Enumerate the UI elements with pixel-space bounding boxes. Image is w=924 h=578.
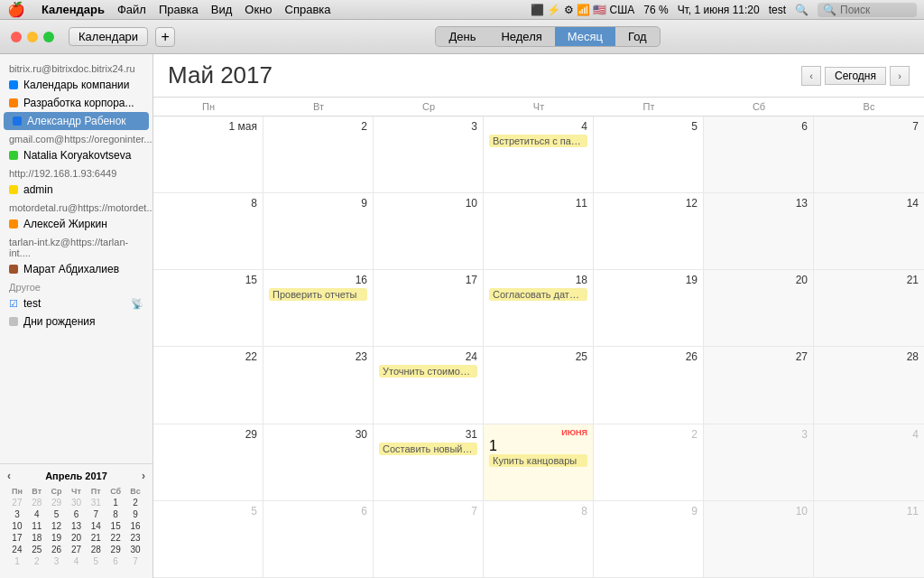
day-cell[interactable]: 5 [153,501,263,577]
mini-cal-day[interactable]: 10 [7,520,27,532]
mini-cal-day[interactable]: 1 [106,497,125,508]
day-cell[interactable]: 9 [594,501,704,577]
mini-cal-day[interactable]: 16 [125,520,145,532]
sidebar-item-admin[interactable]: admin [0,181,152,199]
day-cell[interactable]: 4 [814,424,924,500]
cal-next-button[interactable]: › [890,66,910,86]
day-cell[interactable]: ИЮНЯ1Купить канцовары [484,424,594,500]
mini-cal-day[interactable]: 19 [47,532,67,544]
day-cell[interactable]: 29 [153,424,263,500]
mini-cal-day[interactable]: 8 [106,508,125,520]
calendars-button[interactable]: Календари [69,27,148,46]
day-cell[interactable]: 11 [814,501,924,577]
mini-cal-day[interactable]: 9 [125,508,145,520]
sidebar-item-corp-dev[interactable]: Разработка корпора... [0,94,152,112]
day-cell[interactable]: 27 [704,347,814,423]
day-cell[interactable]: 19 [594,270,704,346]
mini-cal-day[interactable]: 29 [47,497,67,508]
calendar-event[interactable]: Согласовать даты... [489,288,587,301]
sidebar-item-birthdays[interactable]: Дни рождения [0,312,152,331]
sidebar-item-company-cal[interactable]: Календарь компании [0,76,152,94]
mini-cal-day[interactable]: 23 [125,532,145,544]
mini-cal-day[interactable]: 30 [125,544,145,555]
mini-cal-day[interactable]: 14 [86,520,106,532]
tab-week[interactable]: Неделя [488,27,554,46]
tab-month[interactable]: Месяц [555,27,615,46]
sidebar-item-alexander[interactable]: Александр Рабенок [4,112,149,130]
day-cell[interactable]: 16Проверить отчеты [263,270,374,346]
menu-edit[interactable]: Правка [159,3,199,16]
mini-cal-day[interactable]: 18 [27,532,47,544]
day-cell[interactable]: 28 [814,347,924,423]
apple-menu[interactable]: 🍎 [7,1,25,18]
day-cell[interactable]: 5 [594,117,704,192]
mini-cal-day[interactable]: 6 [106,555,125,567]
menu-view[interactable]: Вид [211,3,233,16]
mini-cal-day[interactable]: 29 [106,544,125,555]
mini-cal-day[interactable]: 20 [67,532,87,544]
sidebar-item-alexei[interactable]: Алексей Жиркин [0,215,152,233]
add-calendar-button[interactable]: + [155,27,175,47]
day-cell[interactable]: 2 [594,424,704,500]
mini-cal-day[interactable]: 30 [67,497,87,508]
day-cell[interactable]: 22 [153,347,263,423]
day-cell[interactable]: 25 [484,347,594,423]
mini-cal-day[interactable]: 24 [7,544,27,555]
mini-cal-day[interactable]: 5 [47,508,67,520]
mini-cal-day[interactable]: 7 [86,508,106,520]
mini-cal-day[interactable]: 27 [67,544,87,555]
day-cell[interactable]: 17 [374,270,484,346]
menu-help[interactable]: Справка [285,3,331,16]
sidebar-item-natalia[interactable]: Natalia Koryakovtseva [0,146,152,164]
cal-today-button[interactable]: Сегодня [825,67,886,85]
mini-cal-day[interactable]: 13 [67,520,87,532]
mini-cal-day[interactable]: 15 [106,520,125,532]
mini-cal-day[interactable]: 27 [7,497,27,508]
mini-cal-day[interactable]: 11 [27,520,47,532]
day-cell[interactable]: 21 [814,270,924,346]
day-cell[interactable]: 26 [594,347,704,423]
search-icon[interactable]: 🔍 [795,4,808,16]
day-cell[interactable]: 30 [263,424,374,500]
day-cell[interactable]: 23 [263,347,374,423]
mini-cal-day[interactable]: 1 [7,555,27,567]
mini-cal-day[interactable]: 7 [125,555,145,567]
day-cell[interactable]: 20 [704,270,814,346]
day-cell[interactable]: 12 [594,193,704,269]
minimize-button[interactable] [27,32,38,42]
mini-cal-day[interactable]: 2 [27,555,47,567]
day-cell[interactable]: 11 [484,193,594,269]
mini-cal-day[interactable]: 6 [67,508,87,520]
day-cell[interactable]: 2 [263,117,374,192]
mini-cal-prev[interactable]: ‹ [7,470,11,482]
day-cell[interactable]: 14 [814,193,924,269]
tab-year[interactable]: Год [615,27,660,46]
mini-cal-day[interactable]: 22 [106,532,125,544]
day-cell[interactable]: 13 [704,193,814,269]
mini-cal-day[interactable]: 28 [86,544,106,555]
mini-cal-day[interactable]: 25 [27,544,47,555]
day-cell[interactable]: 7 [374,501,484,577]
calendar-event[interactable]: Уточнить стоимост... [379,365,477,378]
day-cell[interactable]: 9 [263,193,374,269]
day-cell[interactable]: 3 [704,424,814,500]
day-cell[interactable]: 31Составить новый д... [374,424,484,500]
calendar-event[interactable]: Проверить отчеты [269,288,367,301]
calendar-event[interactable]: Купить канцовары [489,454,587,467]
app-name[interactable]: Календарь [42,3,105,16]
mini-cal-day[interactable]: 26 [47,544,67,555]
day-cell[interactable]: 10 [704,501,814,577]
menu-file[interactable]: Файл [117,3,146,16]
day-cell[interactable]: 8 [153,193,263,269]
calendar-event[interactable]: Составить новый д... [379,443,477,455]
mini-cal-day[interactable]: 4 [27,508,47,520]
mini-cal-day[interactable]: 3 [47,555,67,567]
day-cell[interactable]: 1 мая [153,117,263,192]
day-cell[interactable]: 10 [374,193,484,269]
maximize-button[interactable] [43,32,54,42]
menubar-search[interactable]: 🔍 Поиск [818,3,917,17]
day-cell[interactable]: 7 [814,117,924,192]
mini-cal-day[interactable]: 12 [47,520,67,532]
day-cell[interactable]: 18Согласовать даты... [484,270,594,346]
day-cell[interactable]: 24Уточнить стоимост... [374,347,484,423]
